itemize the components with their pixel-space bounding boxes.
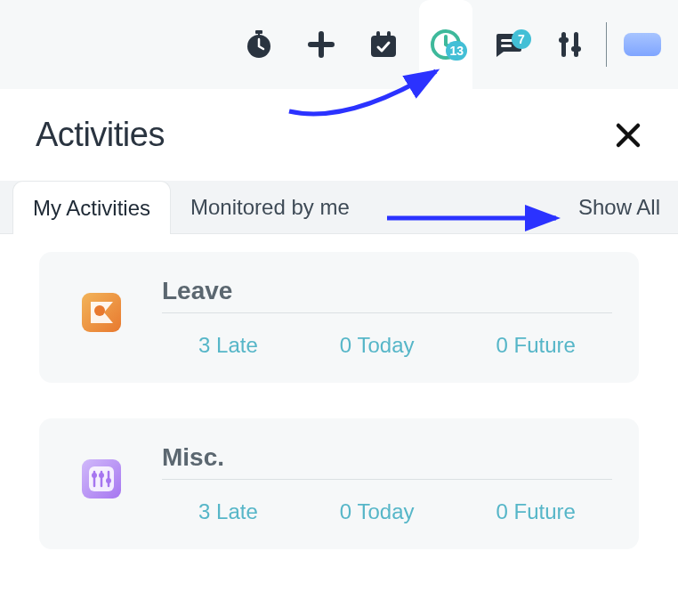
svg-rect-8 xyxy=(501,45,512,47)
toolbar-add[interactable] xyxy=(295,18,348,71)
divider xyxy=(162,479,612,480)
activity-badge: 13 xyxy=(446,41,467,61)
tab-monitored-by-me[interactable]: Monitored by me xyxy=(171,181,369,234)
toolbar-chat[interactable]: 7 xyxy=(481,18,535,71)
svg-rect-10 xyxy=(574,32,578,57)
page-title: Activities xyxy=(36,116,165,154)
plus-icon xyxy=(306,29,336,60)
stat-future[interactable]: 0 Future xyxy=(496,499,576,524)
tab-my-activities[interactable]: My Activities xyxy=(12,181,171,234)
svg-rect-5 xyxy=(387,31,391,38)
toolbar-avatar[interactable] xyxy=(616,18,669,71)
show-all-link[interactable]: Show All xyxy=(578,195,666,220)
svg-rect-9 xyxy=(561,32,566,57)
misc-glyph-icon xyxy=(78,456,125,502)
misc-app-icon xyxy=(66,443,137,515)
tabs: My Activities Monitored by me Show All xyxy=(0,181,678,234)
svg-point-22 xyxy=(106,478,111,483)
chat-badge: 7 xyxy=(512,29,531,49)
divider xyxy=(162,312,612,313)
card-body: Leave 3 Late 0 Today 0 Future xyxy=(162,277,612,358)
card-stats: 3 Late 0 Today 0 Future xyxy=(162,333,612,358)
svg-point-21 xyxy=(99,473,104,478)
toolbar-timer[interactable] xyxy=(232,18,286,71)
svg-rect-11 xyxy=(559,37,569,43)
close-button[interactable] xyxy=(614,121,642,150)
card-title: Misc. xyxy=(162,443,612,472)
activity-card-misc: Misc. 3 Late 0 Today 0 Future xyxy=(39,418,639,549)
panel-header: Activities xyxy=(0,89,678,181)
card-stats: 3 Late 0 Today 0 Future xyxy=(162,499,612,524)
svg-point-20 xyxy=(92,473,97,478)
activity-cards: Leave 3 Late 0 Today 0 Future xyxy=(0,234,678,603)
toolbar-activity[interactable]: 13 xyxy=(419,0,472,89)
svg-point-14 xyxy=(94,305,105,316)
svg-rect-12 xyxy=(571,46,581,52)
leave-app-icon xyxy=(66,277,137,348)
svg-rect-4 xyxy=(376,31,380,38)
close-icon xyxy=(614,121,642,150)
timer-icon xyxy=(243,28,275,61)
card-title: Leave xyxy=(162,277,612,305)
card-body: Misc. 3 Late 0 Today 0 Future xyxy=(162,443,612,524)
toolbar-calendar[interactable] xyxy=(357,18,410,71)
toolbar-settings[interactable] xyxy=(544,18,597,71)
sliders-icon xyxy=(556,28,585,61)
stat-future[interactable]: 0 Future xyxy=(496,333,576,358)
stat-today[interactable]: 0 Today xyxy=(340,499,415,524)
toolbar: 13 7 xyxy=(0,0,678,89)
stat-late[interactable]: 3 Late xyxy=(198,499,258,524)
toolbar-divider xyxy=(606,22,607,67)
stat-today[interactable]: 0 Today xyxy=(340,333,415,358)
leave-glyph-icon xyxy=(78,289,125,336)
svg-rect-3 xyxy=(371,36,396,57)
stat-late[interactable]: 3 Late xyxy=(198,333,258,358)
avatar xyxy=(624,33,661,56)
activities-panel: Activities My Activities Monitored by me… xyxy=(0,89,678,603)
calendar-check-icon xyxy=(367,28,400,61)
activity-card-leave: Leave 3 Late 0 Today 0 Future xyxy=(39,252,639,383)
svg-rect-2 xyxy=(258,32,260,37)
